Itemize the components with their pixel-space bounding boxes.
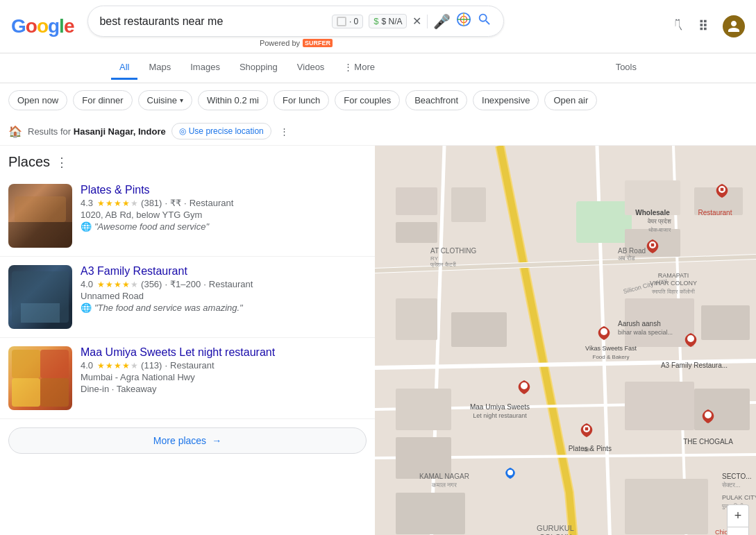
- restaurant-card-2[interactable]: A3 Family Restaurant 4.0 ★★★★★ (356) · ₹…: [0, 257, 375, 338]
- lens-icon[interactable]: [456, 12, 471, 31]
- restaurant-card-3[interactable]: Maa Umiya Sweets Let night restaurant 4.…: [0, 338, 375, 419]
- svg-text:Wholesale: Wholesale: [635, 209, 670, 216]
- tab-maps[interactable]: Maps: [140, 56, 179, 80]
- chip-within-02mi[interactable]: Within 0.2 mi: [198, 90, 268, 110]
- zoom-in-button[interactable]: +: [727, 504, 749, 527]
- powered-by-text: Powered by: [260, 39, 300, 47]
- tab-videos[interactable]: Videos: [289, 56, 333, 80]
- separator-4: ·: [203, 279, 206, 289]
- svg-text:GURUKUL: GURUKUL: [537, 524, 574, 532]
- chip-beachfront[interactable]: Beachfront: [405, 90, 467, 110]
- review-count-2: (356): [141, 279, 162, 289]
- search-bar[interactable]: · 0 $ $ N/A ✕ 🎤: [87, 6, 504, 37]
- more-options-icon[interactable]: ⋮: [280, 126, 289, 137]
- rating-1: 4.3: [81, 198, 93, 208]
- svg-rect-29: [625, 479, 708, 534]
- snippet-2: 🌐 "The food and service was amazing.": [81, 303, 367, 313]
- places-header: Places ⋮: [0, 146, 375, 176]
- seo-count: · 0: [349, 17, 358, 26]
- svg-text:Food & Bakery: Food & Bakery: [593, 354, 630, 360]
- svg-text:रमापति विहार कॉलोनी: रमापति विहार कॉलोनी: [651, 288, 694, 295]
- svg-point-67: [521, 382, 528, 389]
- user-avatar[interactable]: [723, 15, 745, 37]
- close-icon[interactable]: ✕: [412, 15, 421, 28]
- tab-shopping[interactable]: Shopping: [231, 56, 286, 80]
- precise-location-btn[interactable]: ◎ Use precise location: [171, 123, 271, 139]
- more-places-button[interactable]: More places →: [8, 427, 367, 454]
- svg-rect-26: [625, 382, 694, 430]
- svg-text:THE CHOGALA: THE CHOGALA: [683, 438, 733, 445]
- header-right: [670, 15, 745, 37]
- type-2: Restaurant: [209, 279, 253, 289]
- svg-rect-14: [396, 187, 437, 215]
- svg-text:फ्रेशन कैटरी: फ्रेशन कैटरी: [430, 261, 456, 268]
- svg-rect-20: [396, 298, 437, 340]
- restaurant-image-2: [8, 265, 72, 329]
- chip-open-now[interactable]: Open now: [8, 90, 67, 110]
- svg-text:A3 Family Restaura...: A3 Family Restaura...: [661, 362, 728, 369]
- address-2: Unnamed Road: [81, 291, 367, 301]
- type-3: Restaurant: [170, 360, 215, 371]
- tab-more-label: More: [354, 62, 375, 72]
- svg-rect-24: [396, 389, 451, 430]
- svg-text:bihar wala special...: bihar wala special...: [618, 329, 673, 336]
- svg-rect-13: [576, 201, 632, 243]
- chip-open-air[interactable]: Open air: [544, 90, 597, 110]
- tab-all[interactable]: All: [111, 56, 137, 80]
- svg-text:अब रोड: अब रोड: [618, 254, 635, 262]
- grid-icon[interactable]: [696, 17, 712, 36]
- review-count-1: (381): [141, 198, 162, 208]
- restaurant-info-2: A3 Family Restaurant 4.0 ★★★★★ (356) · ₹…: [81, 265, 367, 313]
- restaurant-meta-1: 4.3 ★★★★★ (381) · ₹₹ · Restaurant: [81, 198, 367, 208]
- restaurant-card-1[interactable]: Plates & Pints 4.3 ★★★★★ (381) · ₹₹ · Re…: [0, 176, 375, 257]
- rating-2: 4.0: [81, 279, 93, 289]
- svg-text:Vikas Sweets Fast: Vikas Sweets Fast: [585, 345, 637, 352]
- svg-text:AT CLOTHING: AT CLOTHING: [430, 247, 477, 255]
- restaurant-name-3[interactable]: Maa Umiya Sweets Let night restaurant: [81, 346, 367, 359]
- svg-text:Maa Umiya Sweets: Maa Umiya Sweets: [470, 403, 530, 411]
- address-3: Mumbai - Agra National Hwy: [81, 372, 367, 382]
- chip-cuisine[interactable]: Cuisine ▾: [138, 90, 192, 110]
- tag-icon-1: 🌐: [81, 221, 92, 232]
- surfer-bar: Powered by SURFER: [87, 39, 504, 47]
- address-1: 1020, AB Rd, below YTG Gym: [81, 210, 367, 220]
- price-2: ₹1–200: [170, 279, 201, 289]
- flask-icon[interactable]: [670, 17, 685, 36]
- zoom-out-button[interactable]: −: [727, 527, 749, 535]
- tab-images[interactable]: Images: [182, 56, 228, 80]
- header: Google · 0 $ $ N/A ✕ 🎤: [0, 0, 756, 53]
- restaurant-name-2[interactable]: A3 Family Restaurant: [81, 265, 367, 278]
- chip-for-dinner[interactable]: For dinner: [73, 90, 132, 110]
- search-bar-container: · 0 $ $ N/A ✕ 🎤 Powered by: [87, 6, 504, 47]
- seo-cost-pill: $ $ N/A: [369, 14, 407, 28]
- restaurant-image-1: [8, 184, 72, 248]
- chip-for-lunch[interactable]: For lunch: [274, 90, 329, 110]
- search-divider: [427, 15, 428, 28]
- left-panel: Places ⋮ Plates & Pints 4.3 ★★★★★ (381) …: [0, 146, 375, 535]
- svg-text:थोक-बाजार: थोक-बाजार: [648, 226, 672, 233]
- mic-icon[interactable]: 🎤: [433, 13, 451, 30]
- stars-3: ★★★★★: [97, 361, 138, 371]
- svg-text:PULAK CITY: PULAK CITY: [722, 494, 756, 501]
- type-1: Restaurant: [190, 198, 234, 208]
- restaurant-name-1[interactable]: Plates & Pints: [81, 184, 367, 196]
- map-panel[interactable]: GURUKUL COLONY गुरुकुल कॉलोनी KAMAL NAGA…: [375, 146, 756, 535]
- svg-text:SECTO...: SECTO...: [722, 473, 752, 480]
- svg-text:AB Road: AB Road: [618, 247, 646, 255]
- separator-5: ·: [165, 360, 167, 371]
- google-logo: Google: [11, 15, 74, 37]
- search-submit-icon[interactable]: [477, 12, 492, 31]
- seo-pill: · 0: [332, 15, 363, 28]
- dine-tags-3: Dine-in · Takeaway: [81, 384, 367, 394]
- chip-inexpensive[interactable]: Inexpensive: [473, 90, 539, 110]
- cuisine-arrow-icon: ▾: [180, 96, 183, 104]
- tab-more[interactable]: ⋮ More: [335, 56, 383, 80]
- search-input[interactable]: [99, 15, 326, 28]
- places-menu-icon[interactable]: ⋮: [56, 155, 68, 170]
- tab-tools[interactable]: Tools: [607, 56, 645, 80]
- chip-for-couples[interactable]: For couples: [335, 90, 400, 110]
- svg-text:वेयर प्रदेश: वेयर प्रदेश: [647, 217, 672, 226]
- map-svg: GURUKUL COLONY गुरुकुल कॉलोनी KAMAL NAGA…: [375, 146, 756, 535]
- svg-point-72: [507, 470, 513, 475]
- svg-point-69: [705, 411, 712, 418]
